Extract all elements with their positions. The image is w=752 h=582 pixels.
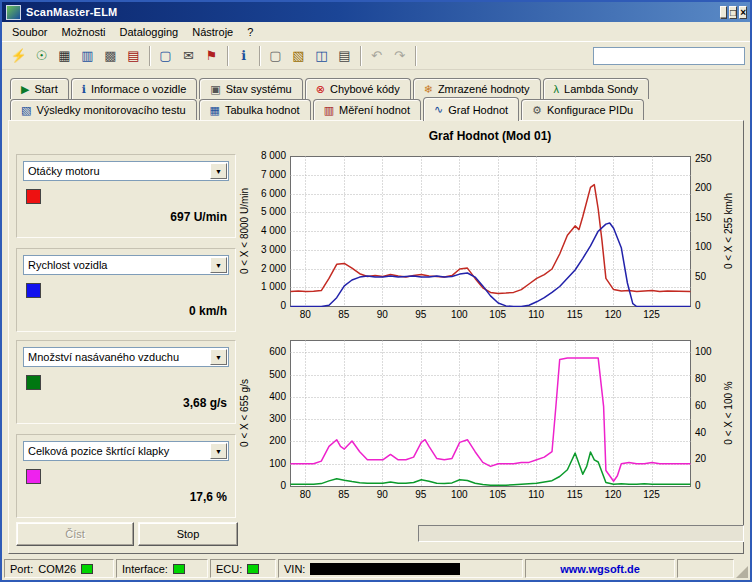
tab-row-2: ▧Výsledky monitorovacího testu▦Tabulka h… <box>10 99 646 121</box>
new-doc-icon[interactable]: ▢ <box>264 45 287 67</box>
chevron-down-icon[interactable]: ▼ <box>210 163 227 179</box>
toolbar-field[interactable] <box>593 47 745 65</box>
right-axis-tick: 0 <box>695 480 723 492</box>
right-axis-range-label: 0 < X < 255 km/h <box>723 193 734 269</box>
menu-bar: SouborMožnostiDataloggingNástroje? <box>2 22 752 41</box>
toolbar-separator <box>227 46 228 66</box>
monitor-icon[interactable]: ▥ <box>76 45 99 67</box>
ecu-label: ECU: <box>216 563 242 575</box>
menu-napoveda[interactable]: ? <box>240 24 260 40</box>
log-icon[interactable]: ▤ <box>122 45 145 67</box>
toolbar: ⚡☉▦▥▩▤▢✉⚑ℹ▢▧◫▤↶↷ <box>2 41 750 70</box>
tab-stav-systemu[interactable]: ▣Stav systému <box>199 78 302 99</box>
tab-zmrazene-hodnoty[interactable]: ❄Zmrazené hodnoty <box>413 78 541 99</box>
open-icon[interactable]: ▧ <box>287 45 310 67</box>
chevron-down-icon[interactable]: ▼ <box>210 257 227 273</box>
x-axis-tick: 105 <box>483 489 513 501</box>
x-axis-tick: 120 <box>598 489 628 501</box>
tab-chybove-kody[interactable]: ⊗Chybové kódy <box>305 78 411 99</box>
param-select-value: Otáčky motoru <box>24 165 210 177</box>
resize-grip[interactable] <box>736 566 748 578</box>
x-axis-tick: 100 <box>444 309 474 321</box>
right-axis-tick: 40 <box>695 427 723 439</box>
x-axis-tick: 105 <box>483 309 513 321</box>
tab-label: Graf Hodnot <box>448 104 508 116</box>
left-axis-tick: 3 000 <box>244 244 286 256</box>
right-axis-tick: 150 <box>695 212 723 224</box>
tab-vysledky-monitorovaciho-testu[interactable]: ▧Výsledky monitorovacího testu <box>10 99 197 120</box>
tab-mereni-hodnot[interactable]: ▥Měření hodnot <box>313 99 421 120</box>
report-icon[interactable]: ▢ <box>154 45 177 67</box>
left-axis-tick: 400 <box>244 391 286 403</box>
left-axis-tick: 6 000 <box>244 188 286 200</box>
port-label: Port: <box>10 563 33 575</box>
vysledky-monitorovaciho-testu-tab-icon: ▧ <box>21 105 31 116</box>
info-icon[interactable]: ℹ <box>232 45 255 67</box>
x-axis-tick: 95 <box>406 309 436 321</box>
chevron-down-icon[interactable]: ▼ <box>210 349 227 365</box>
x-axis-tick: 115 <box>560 309 590 321</box>
toolbar-separator <box>149 46 150 66</box>
left-axis-tick: 0 <box>244 300 286 312</box>
chevron-down-icon[interactable]: ▼ <box>210 443 227 459</box>
left-axis-range-label: 0 < X < 8000 U/min <box>239 188 250 274</box>
param-select-rpm[interactable]: Otáčky motoru ▼ <box>23 161 229 181</box>
timeline-scrollbar[interactable] <box>418 525 744 542</box>
series-color-swatch <box>26 189 41 204</box>
window-controls: _□× <box>718 6 747 19</box>
close-button[interactable]: × <box>739 6 747 19</box>
x-axis-tick: 80 <box>290 489 320 501</box>
param-select-throttle[interactable]: Celková pozice škrtící klapky ▼ <box>23 441 229 461</box>
menu-datalogging[interactable]: Datalogging <box>113 24 186 40</box>
save-icon[interactable]: ◫ <box>310 45 333 67</box>
param-group-throttle: Celková pozice škrtící klapky ▼ 17,6 % <box>16 434 236 518</box>
x-axis-tick: 90 <box>367 309 397 321</box>
menu-moznosti[interactable]: Možnosti <box>54 24 112 40</box>
toolbar-separator <box>415 46 416 66</box>
stop-button[interactable]: Stop <box>138 522 238 546</box>
tab-konfigurace-pidu[interactable]: ⚙Konfigurace PIDu <box>521 99 644 120</box>
tab-label: Lambda Sondy <box>564 83 638 95</box>
param-group-speed: Rychlost vozidla ▼ 0 km/h <box>16 248 236 332</box>
tab-label: Chybové kódy <box>330 83 400 95</box>
x-axis-tick: 120 <box>598 309 628 321</box>
left-axis-tick: 200 <box>244 435 286 447</box>
tab-graf-hodnot[interactable]: ∿Graf Hodnot <box>423 97 519 121</box>
x-axis-tick: 100 <box>444 489 474 501</box>
left-axis-tick: 4 000 <box>244 225 286 237</box>
globe-icon[interactable]: ☉ <box>30 45 53 67</box>
left-axis-tick: 500 <box>244 369 286 381</box>
tab-label: Informace o vozidle <box>91 83 186 95</box>
menu-nastroje[interactable]: Nástroje <box>185 24 240 40</box>
param-group-maf: Množství nasávaného vzduchu ▼ 3,68 g/s <box>16 340 236 424</box>
param-select-speed[interactable]: Rychlost vozidla ▼ <box>23 255 229 275</box>
connect-icon[interactable]: ⚡ <box>7 45 30 67</box>
app-window: ScanMaster-ELM _□× SouborMožnostiDatalog… <box>0 0 752 582</box>
port-value: COM26 <box>38 563 76 575</box>
param-select-value: Rychlost vozidla <box>24 259 210 271</box>
x-axis-tick: 85 <box>329 489 359 501</box>
right-axis-tick: 20 <box>695 453 723 465</box>
tab-tabulka-hodnot[interactable]: ▦Tabulka hodnot <box>199 99 311 120</box>
zmrazene-hodnoty-tab-icon: ❄ <box>424 84 433 95</box>
print-icon[interactable]: ▤ <box>333 45 356 67</box>
x-axis-tick: 125 <box>637 489 667 501</box>
right-axis-tick: 100 <box>695 346 723 358</box>
x-axis-tick: 85 <box>329 309 359 321</box>
minimize-button[interactable]: _ <box>720 6 728 19</box>
table-icon[interactable]: ▩ <box>99 45 122 67</box>
message-icon[interactable]: ✉ <box>177 45 200 67</box>
status-link: www.wgsoft.de <box>525 559 675 578</box>
param-select-maf[interactable]: Množství nasávaného vzduchu ▼ <box>23 347 229 367</box>
flag-icon[interactable]: ⚑ <box>200 45 223 67</box>
left-axis-tick: 1 000 <box>244 281 286 293</box>
wgsoft-link[interactable]: www.wgsoft.de <box>560 563 640 575</box>
param-group-rpm: Otáčky motoru ▼ 697 U/min <box>16 154 236 238</box>
tab-lambda-sondy[interactable]: λLambda Sondy <box>543 78 650 99</box>
chip-icon[interactable]: ▦ <box>53 45 76 67</box>
menu-soubor[interactable]: Soubor <box>5 24 54 40</box>
redo-icon: ↷ <box>388 45 411 67</box>
tab-start[interactable]: ▶Start <box>10 78 69 99</box>
tab-informace-o-vozidle[interactable]: ℹInformace o vozidle <box>71 78 198 99</box>
maximize-button[interactable]: □ <box>729 6 737 19</box>
